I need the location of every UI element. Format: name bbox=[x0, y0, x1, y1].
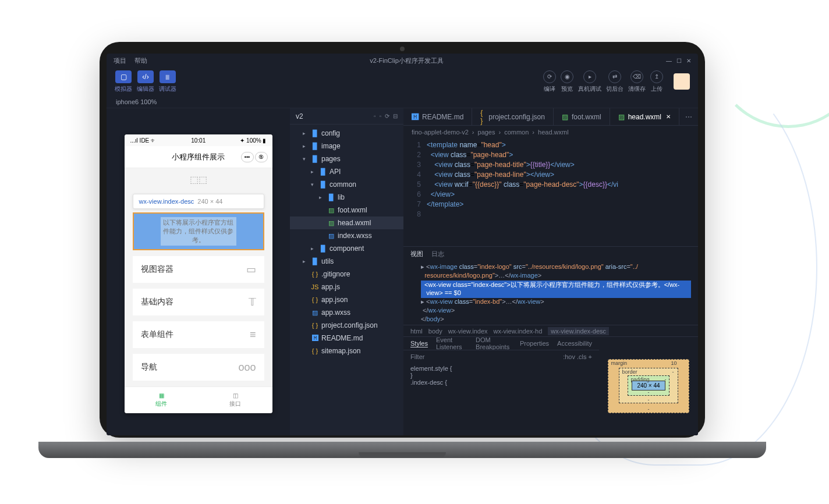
styles-pane[interactable]: element.style {} .index-desc {</span></d… bbox=[403, 363, 599, 435]
box-model: margin10 border- padding- 240 × 44 - - - bbox=[599, 337, 698, 435]
breadcrumb[interactable]: fino-applet-demo-v2 › pages › common › h… bbox=[403, 126, 698, 139]
project-root[interactable]: v2 bbox=[296, 112, 303, 120]
debugger-button[interactable]: ⫼调试器 bbox=[159, 70, 176, 93]
chevron-icon: ≡ bbox=[250, 329, 256, 341]
tree-item[interactable]: { }sitemap.json bbox=[290, 345, 403, 357]
devtools: 视图 日志 ▸ <wx-image class="index-logo" src… bbox=[403, 246, 698, 435]
editor-tab[interactable]: ▨head.wxml✕ bbox=[610, 108, 679, 125]
styles-subtab[interactable]: DOM Breakpoints bbox=[476, 336, 512, 350]
page-title: 小程序组件展示 bbox=[172, 152, 225, 162]
menu-project[interactable]: 项目 bbox=[114, 56, 126, 65]
editor-tab[interactable]: ▨foot.wxml bbox=[554, 108, 610, 125]
menu-help[interactable]: 帮助 bbox=[134, 56, 147, 65]
dom-breadcrumb[interactable]: htmlbodywx-view.indexwx-view.index-hdwx-… bbox=[403, 325, 698, 336]
chevron-icon: ooo bbox=[238, 361, 256, 374]
maximize-icon[interactable]: ☐ bbox=[676, 58, 682, 64]
titlebar: 项目 帮助 v2-FinClip小程序开发工具 — ☐ ✕ bbox=[107, 54, 698, 68]
ide-window: 项目 帮助 v2-FinClip小程序开发工具 — ☐ ✕ ▢模拟器 ‹/›编辑… bbox=[107, 54, 698, 435]
styles-subtab[interactable]: Styles bbox=[410, 340, 428, 347]
code-editor[interactable]: 12345678 <template name="head"> <view cl… bbox=[403, 139, 698, 246]
close-icon[interactable]: ⦿ bbox=[255, 152, 268, 162]
menu-icon[interactable]: ••• bbox=[241, 152, 254, 162]
remote-debug-button[interactable]: ▸真机调试 bbox=[578, 70, 601, 93]
tree-item[interactable]: { }app.json bbox=[290, 293, 403, 306]
element-tooltip: wx-view.index-desc240 × 44 bbox=[133, 194, 264, 209]
simulator-button[interactable]: ▢模拟器 bbox=[115, 70, 132, 93]
phone-header: 小程序组件展示 •••⦿ bbox=[125, 146, 272, 168]
styles-filter-input[interactable]: Filter bbox=[410, 353, 424, 360]
tree-item[interactable]: ▨index.wxss bbox=[290, 229, 403, 242]
toolbar: ▢模拟器 ‹/›编辑器 ⫼调试器 ⟳编译 ◉预览 ▸真机调试 ⇄切后台 ⌫清缓存… bbox=[107, 68, 698, 95]
phone-status-bar: ...ıl IDE ᯤ10:01✦ 100% ▮ bbox=[125, 134, 272, 146]
tabs-more-icon[interactable]: ⋯ bbox=[679, 108, 698, 125]
editor-tab[interactable]: { }project.config.json bbox=[472, 108, 554, 125]
tree-item[interactable]: ▸▉utils bbox=[290, 255, 403, 268]
list-item[interactable]: 表单组件≡ bbox=[133, 321, 264, 348]
tree-item[interactable]: ▾▉common bbox=[290, 178, 403, 191]
list-item[interactable]: 视图容器▭ bbox=[133, 256, 264, 283]
collapse-icon[interactable]: ⊟ bbox=[393, 113, 398, 119]
tree-item[interactable]: 🅼README.md bbox=[290, 332, 403, 345]
tree-item[interactable]: ▸▉image bbox=[290, 140, 403, 152]
upload-button[interactable]: ↥上传 bbox=[650, 70, 663, 93]
tree-item[interactable]: ▾▉pages bbox=[290, 152, 403, 165]
editor-button[interactable]: ‹/›编辑器 bbox=[137, 70, 154, 93]
preview-button[interactable]: ◉预览 bbox=[561, 70, 573, 93]
device-selector[interactable]: iphone6 100% bbox=[107, 95, 698, 108]
devtools-tab-log[interactable]: 日志 bbox=[431, 250, 444, 258]
tree-item[interactable]: ▸▉lib bbox=[290, 191, 403, 204]
file-explorer: v2 ▫ ▫ ⟳ ⊟ ▸▉config ▸▉image ▾▉pages ▸▉AP… bbox=[290, 108, 403, 435]
window-title: v2-FinClip小程序开发工具 bbox=[147, 56, 666, 65]
inspected-element[interactable]: 以下将展示小程序官方组件能力，组件样式仅供参考。 bbox=[133, 212, 264, 250]
phone-preview: ...ıl IDE ᯤ10:01✦ 100% ▮ 小程序组件展示 •••⦿ ⬚⬚… bbox=[125, 134, 272, 413]
simulator-panel: ...ıl IDE ᯤ10:01✦ 100% ▮ 小程序组件展示 •••⦿ ⬚⬚… bbox=[107, 108, 290, 435]
kind-icons: ⬚⬚ bbox=[125, 174, 272, 189]
minimize-icon[interactable]: — bbox=[666, 58, 672, 64]
editor-panel: 🅼README.md{ }project.config.json▨foot.wx… bbox=[403, 108, 698, 435]
list-item[interactable]: 导航ooo bbox=[133, 354, 264, 381]
chevron-icon: ▭ bbox=[246, 263, 256, 276]
tab-api[interactable]: ◫接口 bbox=[199, 387, 272, 413]
background-button[interactable]: ⇄切后台 bbox=[606, 70, 623, 93]
list-item[interactable]: 基础内容𝕋 bbox=[133, 289, 264, 315]
styles-subtab[interactable]: Event Listeners bbox=[436, 336, 467, 350]
editor-tab[interactable]: 🅼README.md bbox=[403, 108, 472, 125]
hov-toggle[interactable]: :hov bbox=[563, 353, 575, 360]
tree-item[interactable]: ▨head.wxml bbox=[290, 216, 403, 229]
refresh-icon[interactable]: ⟳ bbox=[385, 113, 389, 119]
tree-item[interactable]: ▸▉component bbox=[290, 242, 403, 255]
laptop-frame: 项目 帮助 v2-FinClip小程序开发工具 — ☐ ✕ ▢模拟器 ‹/›编辑… bbox=[94, 42, 711, 449]
close-icon[interactable]: ✕ bbox=[686, 58, 691, 64]
styles-subtab[interactable]: Accessibility bbox=[557, 340, 592, 347]
tree-item[interactable]: ▸▉config bbox=[290, 127, 403, 140]
tree-item[interactable]: { }.gitignore bbox=[290, 268, 403, 281]
tree-item[interactable]: JSapp.js bbox=[290, 281, 403, 293]
compile-button[interactable]: ⟳编译 bbox=[543, 70, 556, 93]
close-tab-icon[interactable]: ✕ bbox=[666, 113, 671, 120]
avatar[interactable] bbox=[674, 73, 690, 90]
tree-item[interactable]: ▨app.wxss bbox=[290, 306, 403, 319]
devtools-tab-view[interactable]: 视图 bbox=[410, 250, 423, 258]
chevron-icon: 𝕋 bbox=[249, 296, 256, 308]
new-file-icon[interactable]: ▫ bbox=[374, 113, 376, 119]
tree-item[interactable]: { }project.config.json bbox=[290, 319, 403, 332]
cls-toggle[interactable]: .cls bbox=[577, 353, 587, 360]
styles-subtab[interactable]: Properties bbox=[520, 340, 549, 347]
dom-tree[interactable]: ▸ <wx-image class="index-logo" src="../r… bbox=[403, 261, 698, 325]
tree-item[interactable]: ▸▉API bbox=[290, 165, 403, 178]
clear-cache-button[interactable]: ⌫清缓存 bbox=[628, 70, 646, 93]
tree-item[interactable]: ▨foot.wxml bbox=[290, 204, 403, 216]
new-folder-icon[interactable]: ▫ bbox=[379, 113, 381, 119]
tab-components[interactable]: ▦组件 bbox=[125, 387, 199, 413]
